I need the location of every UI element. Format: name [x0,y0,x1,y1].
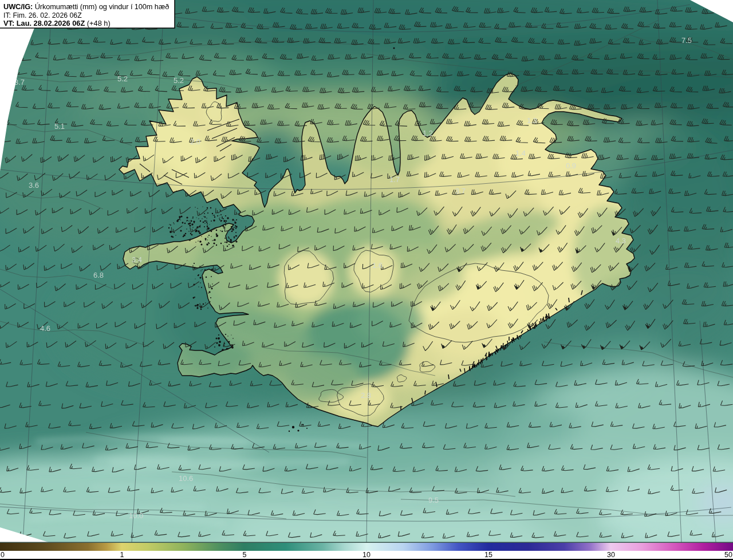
svg-text:2.8: 2.8 [361,391,371,400]
svg-text:5.1: 5.1 [54,122,65,131]
svg-text:50: 50 [724,551,732,559]
svg-text:1.2: 1.2 [423,129,433,137]
svg-text:7.5: 7.5 [681,36,692,45]
svg-text:4.3: 4.3 [616,236,626,245]
svg-text:9.5: 9.5 [428,496,439,504]
svg-text:10.0: 10.0 [129,511,143,520]
svg-text:0.9: 0.9 [566,161,576,170]
svg-text:3.6: 3.6 [29,181,39,190]
svg-text:15: 15 [484,551,492,559]
svg-text:1.6: 1.6 [372,261,383,270]
svg-text:5.2: 5.2 [117,74,128,83]
svg-text:1: 1 [120,551,124,559]
svg-text:5: 5 [243,551,247,559]
svg-text:10: 10 [362,551,371,559]
svg-text:6.8: 6.8 [93,271,104,279]
svg-text:2.0: 2.0 [190,137,200,146]
svg-text:5.2: 5.2 [174,76,184,85]
svg-text:30: 30 [607,551,615,559]
svg-text:VT: Lau. 28.02.2026 06Z (+48 h: VT: Lau. 28.02.2026 06Z (+48 h) [3,19,111,27]
svg-text:IT: Fim. 26. 02. 2026 06Z: IT: Fim. 26. 02. 2026 06Z [3,11,82,19]
svg-text:1.4: 1.4 [515,149,526,157]
svg-text:3.4: 3.4 [132,255,142,264]
svg-text:10.6: 10.6 [179,474,193,483]
svg-text:1.3: 1.3 [527,116,537,125]
svg-text:UWC/IG: Úrkomumætti (mm) og vi: UWC/IG: Úrkomumætti (mm) og vindur í 100… [3,2,169,11]
svg-text:3.7: 3.7 [455,187,466,195]
svg-text:4.6: 4.6 [40,324,50,333]
svg-text:1.7: 1.7 [389,175,400,184]
svg-text:0: 0 [1,551,5,559]
